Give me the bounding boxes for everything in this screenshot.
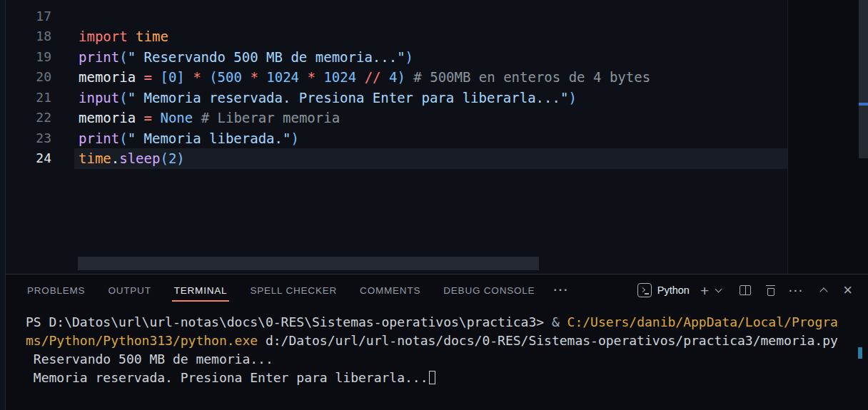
line-number[interactable]: 16 (0, 0, 51, 6)
overview-ruler-cursor-marker (859, 103, 868, 106)
code-line[interactable]: 22memoria = None # Liberar memoria (0, 108, 787, 128)
split-terminal-button[interactable] (740, 285, 751, 295)
terminal-content[interactable]: PS D:\Datos\url\url-notas\docs\0-RES\Sis… (0, 306, 868, 410)
terminal-profile-label: Python (657, 285, 690, 296)
line-number[interactable]: 17 (0, 6, 51, 27)
tab-spell-checker[interactable]: SPELL CHECKER (250, 275, 337, 306)
line-number[interactable]: 24 (0, 148, 51, 169)
line-number[interactable]: 21 (0, 88, 51, 108)
code-text: print(" Memoria liberada.") (79, 128, 299, 149)
tab-debug-console[interactable]: DEBUG CONSOLE (443, 275, 535, 306)
vertical-scrollbar[interactable] (859, 0, 868, 274)
tab-problems[interactable]: PROBLEMS (27, 275, 85, 306)
window-left-border (0, 0, 6, 410)
line-number[interactable]: 20 (0, 67, 51, 88)
minimap-area (787, 0, 859, 274)
line-number[interactable]: 22 (0, 108, 51, 128)
kill-terminal-button[interactable] (766, 285, 775, 296)
code-line[interactable]: 18import time (0, 26, 787, 47)
code-line[interactable]: 20memoria = [0] * (500 * 1024 * 1024 // … (0, 67, 787, 88)
code-line[interactable]: 17 (0, 6, 787, 27)
line-number[interactable]: 23 (0, 128, 51, 149)
terminal-line: Memoria reservada. Presiona Enter para l… (26, 369, 868, 387)
horizontal-scrollbar-thumb[interactable] (78, 257, 539, 270)
panel-tabs: PROBLEMSOUTPUTTERMINALSPELL CHECKERCOMME… (27, 275, 535, 306)
terminal-profile-icon (637, 283, 652, 297)
line-number[interactable]: 18 (0, 26, 51, 47)
terminal-line: ms/Python/Python313/python.exe d:/Datos/… (26, 332, 868, 350)
bottom-panel: PROBLEMSOUTPUTTERMINALSPELL CHECKERCOMME… (0, 274, 868, 410)
code-line[interactable]: 19print(" Reservando 500 MB de memoria..… (0, 47, 787, 68)
panel-actions: Python + ··· × (637, 282, 868, 298)
chevron-down-icon[interactable] (715, 286, 722, 293)
tab-comments[interactable]: COMMENTS (360, 275, 420, 306)
terminal-line: Reservando 500 MB de memoria... (26, 350, 868, 369)
code-line[interactable]: 23print(" Memoria liberada.") (0, 128, 787, 149)
code-text: memoria = None # Liberar memoria (79, 108, 340, 128)
terminal-cursor (429, 371, 435, 384)
tab-terminal[interactable]: TERMINAL (174, 275, 228, 306)
code-text: print(" Reservando 500 MB de memoria..."… (79, 47, 413, 68)
tabs-overflow-button[interactable]: ··· (553, 284, 569, 297)
maximize-panel-button[interactable] (819, 287, 827, 295)
close-panel-button[interactable]: × (843, 282, 852, 298)
more-actions-button[interactable]: ··· (789, 285, 804, 296)
code-text: memoria = [0] * (500 * 1024 * 1024 // 4)… (79, 67, 650, 88)
code-rows: 161718import time19print(" Reservando 50… (0, 0, 787, 169)
line-number[interactable]: 19 (0, 47, 51, 68)
new-terminal-button[interactable]: + (700, 283, 709, 298)
code-text: import time (79, 26, 168, 47)
terminal-scroll-marker (858, 347, 862, 359)
vertical-scrollbar-thumb[interactable] (859, 0, 868, 158)
panel-header: PROBLEMSOUTPUTTERMINALSPELL CHECKERCOMME… (0, 275, 868, 306)
code-line[interactable]: 21input(" Memoria reservada. Presiona En… (0, 88, 787, 108)
code-text: input(" Memoria reservada. Presiona Ente… (79, 88, 577, 108)
code-line[interactable]: 16 (0, 0, 787, 6)
code-editor[interactable]: 161718import time19print(" Reservando 50… (0, 0, 787, 274)
tab-output[interactable]: OUTPUT (108, 275, 151, 306)
terminal-line: PS D:\Datos\url\url-notas\docs\0-RES\Sis… (26, 313, 868, 332)
code-text: time.sleep(2) (79, 148, 185, 169)
code-line[interactable]: 24time.sleep(2) (0, 148, 787, 169)
